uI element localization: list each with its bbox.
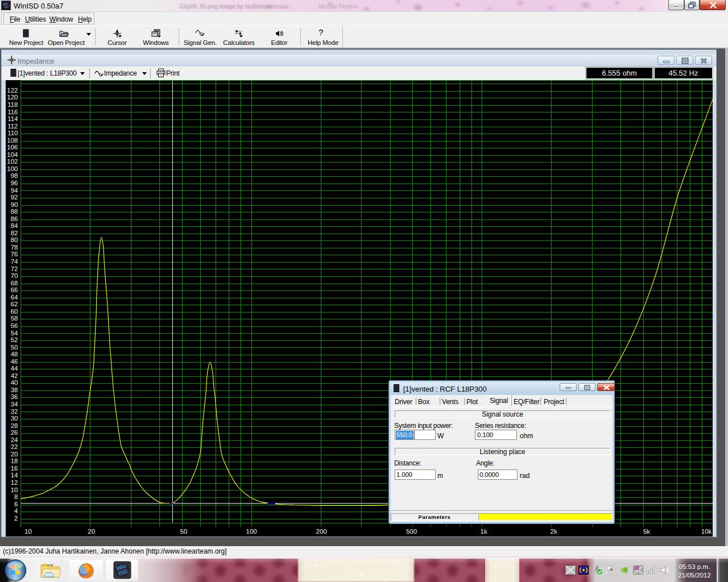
- svg-text:5k: 5k: [643, 528, 650, 535]
- svg-text:10k: 10k: [701, 528, 712, 535]
- svg-text:30: 30: [11, 415, 18, 422]
- svg-text:34: 34: [11, 401, 18, 408]
- svg-text:14: 14: [11, 472, 18, 479]
- svg-text:46: 46: [11, 358, 18, 365]
- svg-text:10: 10: [24, 528, 32, 535]
- svg-text:1k: 1k: [481, 528, 487, 535]
- svg-text:12: 12: [11, 479, 18, 486]
- svg-text:26: 26: [11, 429, 18, 436]
- svg-text:90: 90: [11, 201, 18, 208]
- svg-text:32: 32: [11, 408, 18, 415]
- svg-text:18: 18: [11, 458, 18, 464]
- svg-text:2k: 2k: [551, 528, 557, 535]
- svg-text:48: 48: [11, 351, 18, 357]
- svg-text:98: 98: [11, 172, 18, 179]
- svg-text:42: 42: [11, 372, 18, 379]
- svg-text:120: 120: [7, 94, 18, 101]
- svg-text:96: 96: [11, 180, 18, 186]
- svg-text:10: 10: [11, 487, 18, 493]
- svg-text:70: 70: [11, 272, 18, 279]
- svg-text:20: 20: [11, 451, 18, 458]
- svg-text:76: 76: [11, 251, 18, 257]
- svg-text:72: 72: [11, 265, 18, 272]
- svg-text:68: 68: [11, 280, 18, 286]
- svg-text:118: 118: [7, 101, 18, 108]
- svg-text:36: 36: [11, 393, 18, 400]
- svg-text:2: 2: [14, 515, 18, 522]
- svg-text:116: 116: [7, 109, 18, 115]
- svg-text:102: 102: [7, 158, 18, 165]
- svg-text:6: 6: [14, 501, 18, 508]
- svg-text:200: 200: [316, 528, 327, 535]
- svg-text:50: 50: [180, 528, 188, 535]
- svg-text:8: 8: [14, 493, 18, 500]
- svg-text:38: 38: [11, 386, 18, 393]
- svg-text:94: 94: [11, 187, 18, 194]
- svg-text:64: 64: [11, 294, 18, 301]
- svg-text:4: 4: [14, 508, 18, 514]
- svg-text:500: 500: [406, 528, 417, 535]
- svg-text:44: 44: [11, 365, 18, 372]
- svg-text:82: 82: [11, 230, 18, 236]
- svg-text:80: 80: [11, 236, 18, 243]
- svg-text:66: 66: [11, 286, 18, 293]
- svg-text:60: 60: [635, 567, 639, 571]
- svg-text:122: 122: [7, 87, 18, 94]
- svg-text:16: 16: [11, 465, 18, 472]
- svg-text:100: 100: [7, 165, 18, 172]
- svg-text:74: 74: [11, 258, 18, 265]
- svg-text:114: 114: [7, 115, 18, 122]
- svg-text:78: 78: [11, 244, 18, 251]
- svg-text:54: 54: [11, 330, 18, 336]
- svg-text:28: 28: [11, 422, 18, 429]
- svg-text:58: 58: [11, 315, 18, 322]
- svg-text:50: 50: [11, 344, 18, 351]
- svg-text:56: 56: [11, 322, 18, 329]
- svg-text:92: 92: [11, 194, 18, 201]
- svg-text:106: 106: [7, 144, 18, 151]
- svg-text:84: 84: [11, 222, 18, 229]
- svg-text:112: 112: [7, 123, 18, 130]
- svg-text:52: 52: [11, 336, 18, 343]
- svg-text:104: 104: [7, 151, 18, 158]
- svg-text:100: 100: [246, 528, 257, 535]
- svg-text:86: 86: [11, 215, 18, 222]
- svg-text:88: 88: [11, 208, 18, 215]
- svg-text:110: 110: [7, 130, 18, 136]
- svg-text:24: 24: [11, 436, 18, 443]
- svg-text:60: 60: [11, 308, 18, 315]
- svg-text:108: 108: [7, 137, 18, 144]
- svg-text:22: 22: [11, 443, 18, 450]
- svg-text:20: 20: [88, 528, 95, 535]
- svg-text:62: 62: [11, 301, 18, 307]
- svg-text:40: 40: [11, 379, 18, 386]
